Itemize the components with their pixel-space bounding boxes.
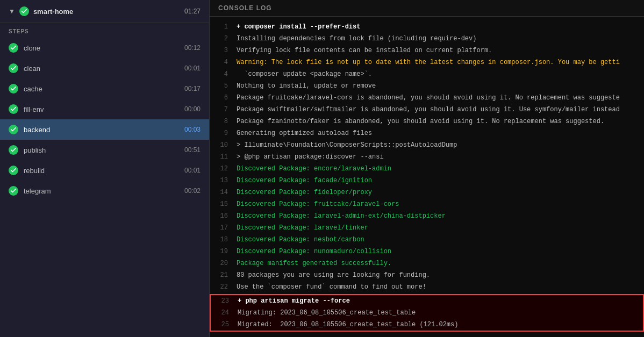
line-content: > @php artisan package:discover --ansi (237, 152, 644, 162)
line-number: 23 (211, 296, 238, 306)
line-content: Package fruitcake/laravel-cors is abando… (237, 92, 644, 103)
line-content: Discovered Package: laravel/tinker (237, 223, 644, 233)
console-line: 18 Discovered Package: nesbot/carbon (210, 234, 644, 246)
step-status-icon (9, 63, 18, 73)
step-name: clean (24, 64, 179, 73)
step-item-clean[interactable]: clean 00:01 (0, 58, 209, 78)
step-item-telegram[interactable]: telegram 00:02 (0, 181, 209, 201)
line-number: 16 (210, 211, 237, 221)
line-number: 4 (210, 69, 237, 80)
line-content: Discovered Package: fideloper/proxy (237, 187, 644, 198)
console-line: 9 Generating optimized autoload files (210, 127, 644, 139)
line-number: 9 (210, 128, 237, 139)
line-number: 25 (211, 319, 238, 330)
step-time: 00:00 (184, 105, 201, 113)
console-line: 2 Installing dependencies from lock file… (210, 33, 644, 45)
line-number: 17 (210, 223, 237, 233)
line-number: 18 (210, 234, 237, 245)
left-panel: ▼ smart-home 01:27 STEPS clone 00:12 cle… (0, 0, 210, 337)
console-line: 5 Nothing to install, update or remove (210, 80, 644, 92)
steps-container: clone 00:12 clean 00:01 cache 00:17 fill… (0, 38, 209, 201)
console-line: 4 `composer update <package name>`. (210, 68, 644, 80)
step-time: 00:02 (184, 187, 201, 195)
step-time: 00:03 (184, 126, 201, 133)
step-name: telegram (24, 187, 179, 195)
console-body[interactable]: 1 + composer install --prefer-dist 2 Ins… (210, 17, 644, 337)
line-content: Discovered Package: facade/ignition (237, 175, 644, 186)
line-content: + composer install --prefer-dist (237, 21, 644, 32)
line-number: 3 (210, 45, 237, 56)
line-number: 13 (210, 175, 237, 186)
console-header: CONSOLE LOG (210, 0, 644, 17)
step-item-publish[interactable]: publish 00:51 (0, 140, 209, 160)
line-number: 2 (210, 33, 237, 44)
step-item-fill-env[interactable]: fill-env 00:00 (0, 99, 209, 119)
line-content: Discovered Package: encore/laravel-admin (237, 163, 644, 174)
console-line: 6 Package fruitcake/laravel-cors is aban… (210, 92, 644, 104)
step-name: rebuild (24, 167, 179, 175)
pipeline-status-icon (19, 6, 29, 16)
line-number: 21 (210, 270, 237, 281)
line-content: Nothing to install, update or remove (237, 81, 644, 91)
step-time: 00:51 (184, 146, 201, 154)
line-content: Package manifest generated successfully. (237, 258, 644, 269)
line-number: 11 (210, 152, 237, 162)
step-time: 00:12 (184, 44, 201, 52)
console-line: 19 Discovered Package: nunomaduro/collis… (210, 246, 644, 257)
console-line: 17 Discovered Package: laravel/tinker (210, 222, 644, 234)
step-time: 00:17 (184, 85, 201, 92)
line-number: 6 (210, 92, 237, 103)
step-item-clone[interactable]: clone 00:12 (0, 38, 209, 58)
pipeline-name: smart-home (33, 8, 180, 16)
console-line: 1 + composer install --prefer-dist (210, 21, 644, 33)
step-status-icon (9, 84, 18, 94)
step-name: cache (24, 85, 179, 93)
console-line-highlighted: 25 Migrated: 2023_06_08_105506_create_te… (211, 319, 643, 331)
line-number: 19 (210, 246, 237, 257)
step-item-backend[interactable]: backend 00:03 (0, 119, 209, 140)
step-name: clone (24, 44, 179, 52)
step-item-rebuild[interactable]: rebuild 00:01 (0, 160, 209, 181)
line-number: 5 (210, 81, 237, 91)
pipeline-time: 01:27 (184, 8, 201, 15)
line-content: Migrated: 2023_06_08_105506_create_test_… (238, 319, 643, 330)
console-line: 8 Package fzaninotto/faker is abandoned,… (210, 116, 644, 127)
line-content: Discovered Package: nunomaduro/collision (237, 246, 644, 257)
console-line: 22 Use the `composer fund` command to fi… (210, 281, 644, 293)
line-number: 10 (210, 140, 237, 150)
step-status-icon (9, 186, 18, 196)
line-content: > Illuminate\Foundation\ComposerScripts:… (237, 140, 644, 150)
line-number: 12 (210, 163, 237, 174)
step-item-cache[interactable]: cache 00:17 (0, 78, 209, 99)
console-line-highlighted: 23 + php artisan migrate --force (211, 295, 643, 307)
step-status-icon (9, 43, 18, 53)
line-content: Generating optimized autoload files (237, 128, 644, 139)
line-number: 14 (210, 187, 237, 198)
line-content: Package fzaninotto/faker is abandoned, y… (237, 116, 644, 127)
console-line-highlighted: 24 Migrating: 2023_06_08_105506_create_t… (211, 307, 643, 319)
pipeline-header[interactable]: ▼ smart-home 01:27 (0, 0, 209, 23)
console-line: 3 Verifying lock file contents can be in… (210, 45, 644, 56)
line-content: 80 packages you are using are looking fo… (237, 270, 644, 281)
console-line: 10 > Illuminate\Foundation\ComposerScrip… (210, 139, 644, 151)
step-time: 00:01 (184, 64, 201, 72)
line-number: 15 (210, 199, 237, 210)
console-line: 20 Package manifest generated successful… (210, 257, 644, 269)
line-content: Use the `composer fund` command to find … (237, 282, 644, 292)
step-status-icon (9, 104, 18, 114)
line-number: 22 (210, 282, 237, 292)
line-content: Migrating: 2023_06_08_105506_create_test… (238, 307, 643, 318)
step-time: 00:01 (184, 167, 201, 174)
step-name: publish (24, 146, 179, 154)
line-content: Warning: The lock file is not up to date… (237, 57, 644, 68)
steps-label: STEPS (0, 23, 209, 38)
console-line: 14 Discovered Package: fideloper/proxy (210, 187, 644, 198)
step-status-icon (9, 125, 18, 134)
line-number: 4 (210, 57, 237, 68)
console-line: 16 Discovered Package: laravel-admin-ext… (210, 210, 644, 222)
line-content: Package swiftmailer/swiftmailer is aband… (237, 104, 644, 115)
line-content: Verifying lock file contents can be inst… (237, 45, 644, 56)
line-number: 20 (210, 258, 237, 269)
console-line: 11 > @php artisan package:discover --ans… (210, 151, 644, 163)
console-line: 21 80 packages you are using are looking… (210, 269, 644, 281)
